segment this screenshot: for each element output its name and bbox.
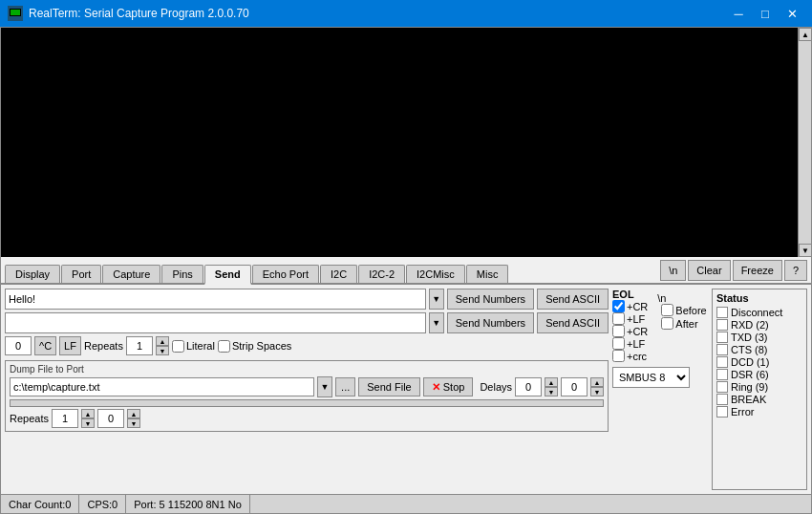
ring-checkbox[interactable]: [716, 381, 728, 393]
delay-2-up-button[interactable]: ▲: [590, 377, 604, 387]
send-ascii-1-button[interactable]: Send ASCII: [537, 289, 609, 310]
send-input-1[interactable]: [5, 289, 426, 310]
eol-lf-1-checkbox[interactable]: [612, 312, 625, 325]
small-value-input[interactable]: [5, 336, 32, 355]
eol-lf-1[interactable]: +LF: [612, 312, 648, 325]
eol-crc-label: +crc: [627, 351, 647, 362]
clear-button[interactable]: Clear: [688, 260, 730, 281]
tab-i2c2[interactable]: I2C-2: [358, 265, 405, 283]
help-button[interactable]: ?: [784, 260, 807, 281]
tab-pins[interactable]: Pins: [161, 265, 203, 283]
break-checkbox[interactable]: [716, 394, 728, 405]
scroll-up-button[interactable]: ▲: [799, 28, 812, 41]
tab-display[interactable]: Display: [5, 265, 60, 283]
repeats-up-button[interactable]: ▲: [156, 336, 169, 346]
nl-title: \n: [657, 292, 706, 304]
eol-lf-2[interactable]: +LF: [612, 337, 648, 350]
disconnect-checkbox[interactable]: [716, 307, 728, 318]
before-checkbox[interactable]: [661, 304, 673, 316]
scroll-track: [799, 41, 811, 244]
delay-1-up-button[interactable]: ▲: [545, 377, 558, 387]
send-input-2[interactable]: [5, 312, 426, 333]
repeats-row-2: Repeats ▲ ▼ ▲ ▼: [10, 409, 604, 428]
break-label: BREAK: [731, 394, 766, 405]
newline-button[interactable]: \n: [660, 260, 686, 281]
rxd-label: RXD (2): [731, 319, 769, 331]
repeats-3-input[interactable]: [97, 409, 124, 428]
status-rxd: RXD (2): [716, 319, 802, 331]
repeats-2-up-button[interactable]: ▲: [81, 409, 95, 418]
after-checkbox[interactable]: [661, 317, 673, 330]
close-button[interactable]: ✕: [780, 4, 804, 23]
after-label: After: [675, 318, 697, 330]
tab-echo-port[interactable]: Echo Port: [252, 265, 319, 283]
send-numbers-1-button[interactable]: Send Numbers: [447, 289, 534, 310]
eol-cr-2-checkbox[interactable]: [612, 325, 625, 337]
minimize-button[interactable]: ─: [726, 4, 751, 23]
scroll-down-button[interactable]: ▼: [799, 244, 812, 257]
send-file-button[interactable]: Send File: [358, 377, 419, 396]
repeats-2-input[interactable]: [52, 409, 78, 428]
smbus-select[interactable]: SMBUS 8 SMBUS 16 I2C: [612, 367, 690, 388]
dcd-label: DCD (1): [731, 356, 769, 368]
repeats-down-button[interactable]: ▼: [156, 346, 169, 355]
send-input-1-dropdown[interactable]: ▼: [429, 289, 444, 310]
strip-spaces-checkbox[interactable]: [218, 340, 230, 353]
dump-file-input[interactable]: [10, 377, 314, 396]
status-error: Error: [716, 406, 802, 418]
disconnect-button[interactable]: Disconnect: [731, 307, 782, 318]
ring-label: Ring (9): [731, 381, 768, 393]
delay-1-input[interactable]: [515, 377, 542, 396]
before-option[interactable]: Before: [661, 304, 706, 316]
repeats-3-down-button[interactable]: ▼: [127, 418, 140, 428]
terminal-scrollbar[interactable]: ▲ ▼: [798, 28, 811, 257]
ctrl-c-button[interactable]: ^C: [34, 336, 56, 355]
port-item: Port: 5 115200 8N1 No: [126, 495, 250, 513]
rxd-checkbox[interactable]: [716, 319, 728, 331]
tab-port[interactable]: Port: [61, 265, 101, 283]
delay-2-input[interactable]: [561, 377, 588, 396]
after-option[interactable]: After: [661, 317, 706, 330]
txd-checkbox[interactable]: [716, 332, 728, 343]
repeats-2-down-button[interactable]: ▼: [81, 418, 95, 428]
delay-1-down-button[interactable]: ▼: [545, 387, 558, 396]
tab-capture[interactable]: Capture: [102, 265, 160, 283]
tab-i2cmisc[interactable]: I2CMisc: [406, 265, 465, 283]
dcd-checkbox[interactable]: [716, 356, 728, 368]
freeze-button[interactable]: Freeze: [733, 260, 782, 281]
eol-cr-2[interactable]: +CR: [612, 325, 648, 337]
maximize-button[interactable]: □: [753, 4, 778, 23]
send-ascii-2-button[interactable]: Send ASCII: [537, 312, 609, 333]
tab-send[interactable]: Send: [204, 265, 251, 285]
status-title: Status: [716, 292, 802, 304]
repeats-input[interactable]: [126, 336, 153, 355]
stop-button[interactable]: ✕ Stop: [423, 377, 474, 396]
error-checkbox[interactable]: [716, 406, 728, 418]
eol-crc[interactable]: +crc: [612, 350, 648, 362]
repeats-3-up-button[interactable]: ▲: [127, 409, 140, 418]
strip-spaces-checkbox-label[interactable]: Strip Spaces: [218, 340, 291, 353]
tab-i2c[interactable]: I2C: [320, 265, 357, 283]
eol-crc-checkbox[interactable]: [612, 350, 625, 362]
send-numbers-2-button[interactable]: Send Numbers: [447, 312, 534, 333]
status-txd: TXD (3): [716, 332, 802, 343]
dsr-checkbox[interactable]: [716, 369, 728, 380]
repeats-spinner: ▲ ▼: [156, 336, 169, 355]
eol-cr-1-checkbox[interactable]: [612, 300, 625, 312]
literal-checkbox[interactable]: [172, 340, 184, 353]
send-input-2-dropdown[interactable]: ▼: [429, 312, 444, 333]
browse-button[interactable]: ...: [335, 377, 355, 396]
cts-checkbox[interactable]: [716, 344, 728, 355]
dump-row-1: ▼ ... Send File ✕ Stop Delays ▲ ▼: [10, 376, 604, 397]
eol-lf-2-checkbox[interactable]: [612, 337, 625, 350]
repeats-3-spinner: ▲ ▼: [127, 409, 140, 428]
eol-lf-2-label: +LF: [627, 338, 645, 350]
tab-misc[interactable]: Misc: [466, 265, 509, 283]
literal-checkbox-label[interactable]: Literal: [172, 340, 215, 353]
cts-label: CTS (8): [731, 344, 768, 355]
status-dcd: DCD (1): [716, 356, 802, 368]
lf-button[interactable]: LF: [59, 336, 81, 355]
delay-2-down-button[interactable]: ▼: [590, 387, 604, 396]
dump-file-dropdown[interactable]: ▼: [317, 376, 332, 397]
eol-cr-1[interactable]: +CR: [612, 300, 648, 312]
